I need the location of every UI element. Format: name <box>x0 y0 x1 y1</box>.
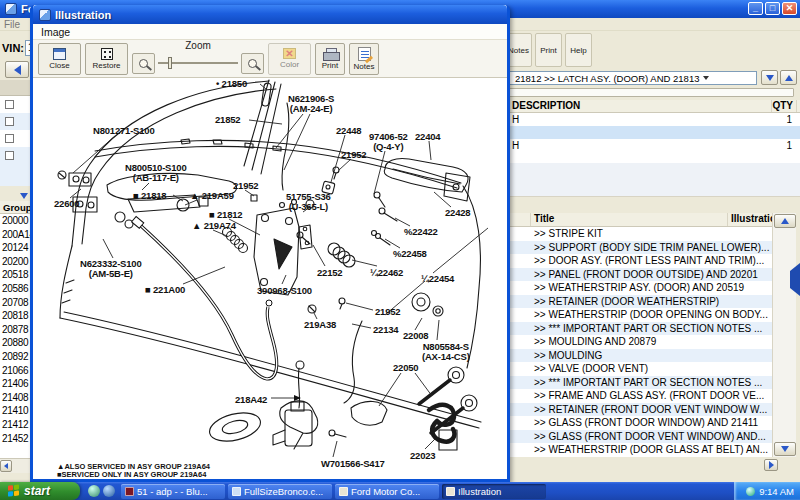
print-illustration-button[interactable]: Print <box>315 43 345 75</box>
title-row[interactable]: >> DOOR ASY. (FRONT LESS PAINT AND TRIM)… <box>505 254 796 268</box>
group-row[interactable]: 20586 <box>0 282 31 296</box>
group-row[interactable]: 21406 <box>0 377 31 391</box>
parts-table: DESCRIPTION QTY H 1 H 1 <box>505 100 800 163</box>
collapse-pane-button[interactable] <box>782 271 800 289</box>
back-button[interactable] <box>5 61 29 78</box>
printer-icon <box>323 48 338 60</box>
record-row[interactable] <box>0 96 32 113</box>
notes-icon <box>358 47 371 61</box>
scroll-left-button[interactable] <box>0 460 12 472</box>
group-row[interactable]: 200A14 <box>0 228 31 242</box>
group-row[interactable]: 20200 <box>0 255 31 269</box>
scroll-up-button[interactable] <box>774 214 796 228</box>
title-row[interactable]: >> PANEL (FRONT DOOR OUTSIDE) AND 20201 <box>505 268 796 282</box>
group-row[interactable]: 20818 <box>0 309 31 323</box>
title-row[interactable]: >> WEATHERSTRIP (DOOR OPENING ON BODY... <box>505 308 796 322</box>
part-label: ▲ 219A59 <box>190 191 234 201</box>
part-label: W701566-S417 <box>321 459 385 469</box>
title-row[interactable]: >> *** IMPORTANT PART OR SECTION NOTES .… <box>505 376 796 390</box>
next-assembly-button[interactable] <box>761 70 778 85</box>
assembly-selector-value: 21812 >> LATCH ASY. (DOOR) AND 21813 <box>515 73 699 84</box>
parts-table-row[interactable]: H 1 <box>505 113 800 126</box>
group-row[interactable]: 21410 <box>0 404 31 418</box>
illustration-canvas[interactable]: • 21850N621906-S (AM-24-E)21852224489740… <box>33 78 507 479</box>
group-row[interactable]: 20878 <box>0 323 31 337</box>
title-row[interactable]: >> GLASS (FRONT DOOR VENT WINDOW) AND... <box>505 430 796 444</box>
toolbar-button[interactable]: Print <box>535 33 562 67</box>
group-row[interactable]: 21412 <box>0 418 31 432</box>
title-row[interactable]: >> FRAME AND GLASS ASY. (FRONT DOOR VE..… <box>505 389 796 403</box>
menu-image[interactable]: Image <box>41 26 70 38</box>
notes-button[interactable]: Notes <box>349 43 379 75</box>
group-row[interactable]: 21452 <box>0 432 31 446</box>
zoom-out-button[interactable] <box>132 53 155 74</box>
record-row[interactable] <box>0 147 32 164</box>
group-hscroll[interactable] <box>0 458 31 473</box>
zoom-slider-thumb[interactable] <box>168 57 172 69</box>
quick-launch-icon[interactable] <box>103 485 115 497</box>
group-row[interactable]: 21408 <box>0 391 31 405</box>
titles-table-header: Title Illustration <box>505 213 796 227</box>
group-row[interactable]: 20880 <box>0 336 31 350</box>
part-label: ■ 21812 <box>209 210 242 220</box>
checkbox[interactable] <box>5 100 14 109</box>
parts-table-header: DESCRIPTION QTY <box>505 100 800 113</box>
taskbar-task[interactable]: Ford Motor Co... <box>335 484 439 499</box>
title-row[interactable]: >> STRIPE KIT <box>505 227 796 241</box>
parts-table-row[interactable] <box>505 126 800 139</box>
checkbox[interactable] <box>5 151 14 160</box>
assembly-selector[interactable]: 21812 >> LATCH ASY. (DOOR) AND 21813 <box>500 71 757 85</box>
taskbar-task[interactable]: Illustration <box>442 484 546 499</box>
parts-table-row[interactable]: H 1 <box>505 139 800 152</box>
maximize-button[interactable]: □ <box>765 2 780 15</box>
title-row[interactable]: >> GLASS (FRONT DOOR WINDOW) AND 21411 <box>505 416 796 430</box>
menu-file[interactable]: File <box>4 19 20 30</box>
zoom-slider[interactable] <box>158 62 238 64</box>
group-row[interactable]: 20000 <box>0 214 31 228</box>
start-button[interactable]: start <box>0 482 80 500</box>
checkbox[interactable] <box>5 134 14 143</box>
dropdown-caret-icon <box>703 76 709 83</box>
tray-icon[interactable] <box>746 487 755 496</box>
title-row[interactable]: >> *** IMPORTANT PART OR SECTION NOTES .… <box>505 322 796 336</box>
record-row[interactable] <box>0 130 32 147</box>
title-row[interactable]: >> RETAINER (DOOR WEATHERSTRIP) <box>505 295 796 309</box>
pane-splitter <box>500 163 800 205</box>
zoom-control: Zoom <box>132 42 264 76</box>
part-description: H <box>505 139 775 152</box>
up-arrow-icon <box>781 214 789 224</box>
taskbar-task[interactable]: FullSizeBronco.c... <box>228 484 332 499</box>
restore-button[interactable]: Restore <box>85 43 128 75</box>
group-row[interactable]: 20518 <box>0 268 31 282</box>
close-button[interactable]: ✕ <box>782 2 797 15</box>
previous-assembly-button[interactable] <box>780 70 797 85</box>
group-panel: Group 20000200A1420124202002051820586207… <box>0 201 31 458</box>
title-row[interactable]: >> WEATHERSTRIP (DOOR GLASS AT BELT) AN.… <box>505 443 796 457</box>
title-row[interactable]: >> WEATHERSTRIP ASY. (DOOR) AND 20519 <box>505 281 796 295</box>
record-row[interactable] <box>0 113 32 130</box>
minimize-button[interactable]: _ <box>748 2 763 15</box>
group-row[interactable]: 20892 <box>0 350 31 364</box>
close-illustration-button[interactable]: Close <box>38 43 81 75</box>
part-label: 390968-S100 <box>257 286 312 296</box>
group-row[interactable]: 20124 <box>0 241 31 255</box>
quick-launch-icon[interactable] <box>88 485 100 497</box>
group-filter-dropdown[interactable] <box>0 188 32 201</box>
titles-scrollbar[interactable] <box>772 213 796 457</box>
illustration-titlebar[interactable]: Illustration <box>33 5 507 24</box>
title-row[interactable]: >> SUPPORT (BODY SIDE TRIM PANEL LOWER).… <box>505 241 796 255</box>
title-row[interactable]: >> RETAINER (FRONT DOOR VENT WINDOW W... <box>505 403 796 417</box>
checkbox[interactable] <box>5 117 14 126</box>
title-row[interactable]: >> MOULDING <box>505 349 796 363</box>
title-row[interactable]: >> VALVE (DOOR VENT) <box>505 362 796 376</box>
group-row[interactable]: 21066 <box>0 364 31 378</box>
taskbar-task[interactable]: 51 - adp - - Blu... <box>121 484 225 499</box>
scroll-down-button[interactable] <box>774 442 796 456</box>
title-row[interactable]: >> MOULDING AND 20879 <box>505 335 796 349</box>
toolbar-button[interactable]: Help <box>565 33 592 67</box>
down-arrow-icon <box>781 446 789 456</box>
zoom-in-button[interactable] <box>241 53 264 74</box>
part-label: %22458 <box>393 249 427 259</box>
scroll-right-button[interactable] <box>764 459 778 471</box>
group-row[interactable]: 20708 <box>0 296 31 310</box>
